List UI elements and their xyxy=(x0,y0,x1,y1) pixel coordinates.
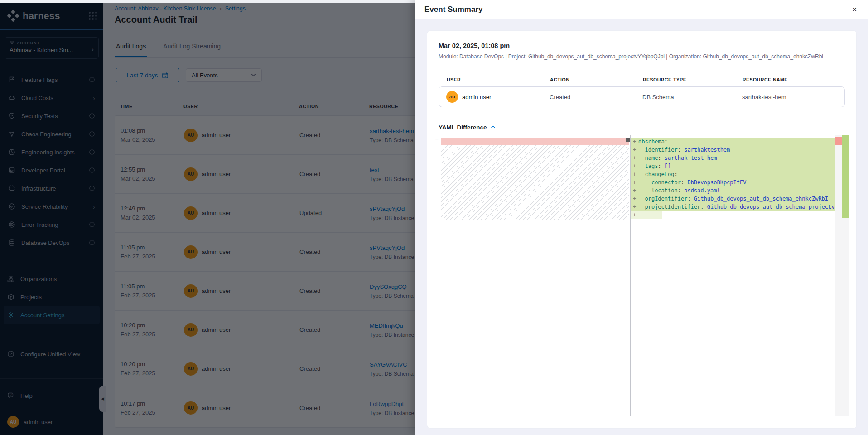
diff-added-line: + identifier: sarthaktesthem xyxy=(631,146,835,154)
diff-added-line: + changeLog: xyxy=(631,170,835,178)
diff-added-gutter: + xyxy=(631,154,638,162)
yaml-difference-label: YAML Difference xyxy=(439,124,487,131)
drawer-backdrop[interactable] xyxy=(0,0,415,435)
user-avatar: AU xyxy=(446,91,458,103)
diff-line-text: name: sarthak-test-hem xyxy=(638,154,717,162)
diff-removed-gutter: − xyxy=(434,137,439,143)
diff-added-gutter: + xyxy=(631,195,638,203)
drawer-header: Event Summary ✕ xyxy=(415,0,868,19)
summary-user-cell: AU admin user xyxy=(446,91,550,103)
diff-line-text: connector: DbDevopsoBKpcpIfEV xyxy=(638,178,746,186)
diff-added-gutter: + xyxy=(631,138,638,146)
diff-added-gutter: + xyxy=(631,178,638,186)
yaml-diff-editor[interactable]: − +dbschema:+ identifier: sarthaktesthem… xyxy=(434,135,849,416)
diff-added-gutter: + xyxy=(631,170,638,178)
diff-added-line: + tags: [] xyxy=(631,162,835,170)
diff-line-text: changeLog: xyxy=(638,170,678,178)
diff-line-text: dbschema: xyxy=(638,138,668,146)
diff-added-line: + projectIdentifier: Github_db_devops_au… xyxy=(631,203,835,211)
diff-added-line: + connector: DbDevopsoBKpcpIfEV xyxy=(631,178,835,186)
summary-row: AU admin user Created DB Schema sarthak-… xyxy=(439,86,845,107)
summary-column-user: USER xyxy=(447,77,550,82)
diff-added-lines: +dbschema:+ identifier: sarthaktesthem+ … xyxy=(631,138,835,219)
diff-added-gutter: + xyxy=(631,211,638,219)
diff-added-gutter: + xyxy=(631,203,638,211)
diff-added-gutter: + xyxy=(631,146,638,154)
summary-column-resource-name: RESOURCE NAME xyxy=(743,77,845,82)
diff-line-text: identifier: sarthaktesthem xyxy=(638,146,730,154)
diff-removed-line xyxy=(441,138,629,145)
diff-added-gutter: + xyxy=(631,186,638,195)
diff-added-gutter: + xyxy=(631,162,638,170)
event-summary-drawer: Event Summary ✕ Mar 02, 2025, 01:08 pm M… xyxy=(415,0,868,435)
diff-added-line: + location: asdsad.yaml xyxy=(631,186,835,195)
diff-empty-hatch xyxy=(441,145,629,220)
top-strip xyxy=(0,0,415,3)
summary-table-header: USER ACTION RESOURCE TYPE RESOURCE NAME xyxy=(439,77,845,82)
diff-removed-corner-marker xyxy=(626,138,630,142)
summary-column-action: ACTION xyxy=(550,77,643,82)
diff-line-text: location: asdsad.yaml xyxy=(638,186,720,195)
summary-column-resource-type: RESOURCE TYPE xyxy=(643,77,743,82)
summary-resource-name: sarthak-test-hem xyxy=(742,94,844,100)
diff-added-line: +dbschema: xyxy=(631,138,835,146)
summary-resource-type: DB Schema xyxy=(642,94,742,100)
diff-added-line: + orgIdentifier: Github_db_devops_aut_db… xyxy=(631,195,835,203)
close-icon[interactable]: ✕ xyxy=(850,5,859,14)
event-timestamp: Mar 02, 2025, 01:08 pm xyxy=(439,42,845,49)
diff-line-text: projectIdentifier: Github_db_devops_aut_… xyxy=(638,203,835,211)
diff-line-text: tags: [] xyxy=(638,162,671,170)
diff-added-line: + name: sarthak-test-hem xyxy=(631,154,835,162)
diff-ruler-removed-marker xyxy=(835,137,842,145)
diff-line-text: orgIdentifier: Github_db_devops_aut_db_s… xyxy=(638,195,828,203)
event-card: Mar 02, 2025, 01:08 pm Module: Database … xyxy=(427,30,857,429)
diff-ruler-added-marker xyxy=(842,135,849,218)
chevron-up-icon xyxy=(491,125,496,129)
drawer-title: Event Summary xyxy=(424,5,483,14)
event-meta: Module: Database DevOps | Project: Githu… xyxy=(439,53,845,60)
summary-action: Created xyxy=(550,94,642,100)
yaml-difference-toggle[interactable]: YAML Difference xyxy=(439,124,845,131)
diff-added-empty-line: + xyxy=(631,211,662,219)
summary-user-name: admin user xyxy=(462,94,491,100)
